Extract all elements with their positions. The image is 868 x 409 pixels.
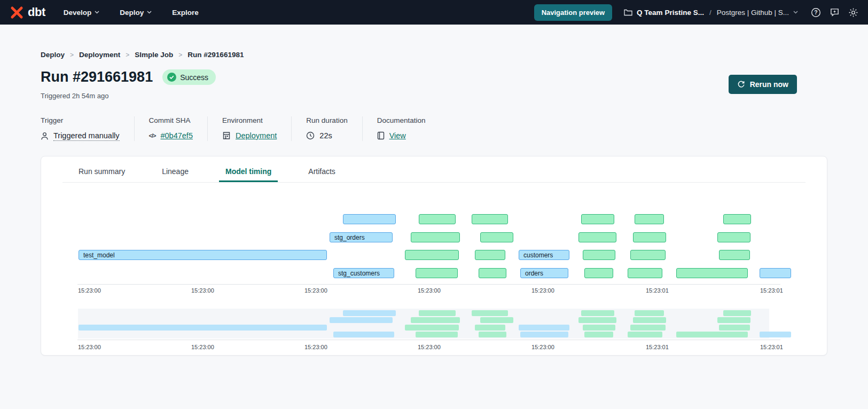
gantt-bar[interactable] (628, 268, 662, 278)
gantt-bar-label: test_model (79, 251, 115, 259)
axis-tick-label: 15:23:01 (646, 344, 669, 350)
breadcrumb-separator: > (126, 51, 129, 59)
run-duration-value: 22s (319, 131, 332, 140)
nav-item-explore[interactable]: Explore (172, 9, 199, 17)
overview-axis-labels: 15:23:0015:23:0015:23:0015:23:0015:23:00… (41, 340, 827, 353)
tab-lineage[interactable]: Lineage (155, 167, 195, 182)
gantt-bar[interactable] (472, 214, 508, 224)
gantt-bar-stg_orders (330, 317, 393, 323)
axis-tick-label: 15:23:01 (760, 287, 783, 294)
gantt-bar[interactable] (405, 250, 459, 260)
gantt-bar (723, 310, 751, 316)
gantt-bar (411, 317, 460, 323)
environment-link[interactable]: Deployment (236, 131, 277, 140)
rerun-refresh-icon (737, 81, 745, 89)
breadcrumb-deployment[interactable]: Deployment (79, 51, 120, 59)
gantt-bar (475, 325, 505, 331)
status-badge-label: Success (180, 73, 208, 82)
gantt-bar[interactable] (416, 268, 458, 278)
gantt-bar[interactable] (719, 250, 750, 260)
rerun-now-button[interactable]: Rerun now (729, 75, 797, 94)
chevron-down-icon (95, 11, 99, 14)
gantt-bar (584, 332, 613, 337)
dbt-wordmark: dbt (28, 5, 45, 19)
axis-tick-label: 15:23:00 (191, 344, 214, 350)
gantt-bar[interactable] (479, 268, 506, 278)
database-icon (222, 131, 231, 140)
gantt-bar (719, 325, 750, 331)
gantt-bar (472, 310, 508, 316)
tab-artifacts[interactable]: Artifacts (302, 167, 342, 182)
account-project-switcher[interactable]: Q Team Pristine S... / Postgres | Github… (624, 9, 798, 17)
navigation-preview-button[interactable]: Navigation preview (534, 4, 612, 21)
gantt-bar[interactable] (635, 214, 664, 224)
gantt-bar[interactable] (411, 232, 460, 242)
gantt-bar (760, 332, 791, 337)
dbt-logo[interactable]: dbt (10, 5, 45, 20)
gantt-bar-label: orders (521, 270, 543, 277)
gantt-bar[interactable] (723, 214, 751, 224)
breadcrumb-separator: > (178, 51, 182, 59)
top-nav: dbt Develop Deploy Explore Navigation pr… (0, 0, 868, 25)
commit-sha-link[interactable]: #0b47ef5 (160, 131, 192, 140)
gantt-bar-label: customers (519, 251, 553, 259)
gantt-bar[interactable] (633, 232, 666, 242)
run-metadata-row: Trigger Triggered manually Commit SHA </… (41, 116, 454, 141)
gantt-bar-stg_orders[interactable]: stg_orders (330, 232, 393, 242)
gantt-bar[interactable] (581, 214, 614, 224)
nav-item-develop[interactable]: Develop (64, 9, 100, 17)
gantt-bar[interactable] (343, 214, 396, 224)
gantt-bar-stg_customers[interactable]: stg_customers (333, 268, 394, 278)
settings-gear-icon[interactable] (848, 7, 858, 18)
account-name: Q Team Pristine S... (637, 9, 704, 17)
breadcrumb-job[interactable]: SImple Job (135, 51, 173, 59)
meta-trigger: Trigger Triggered manually (41, 116, 135, 141)
success-check-icon (167, 73, 176, 82)
code-icon: </> (149, 132, 156, 139)
gantt-bar[interactable] (583, 250, 615, 260)
run-detail-card: Run summary Lineage Model timing Artifac… (41, 156, 827, 356)
dbt-cloud-run-page: dbt Develop Deploy Explore Navigation pr… (0, 0, 868, 409)
dbt-logo-icon (10, 5, 24, 20)
tab-model-timing[interactable]: Model timing (219, 167, 278, 182)
gantt-bar-label: stg_orders (330, 234, 365, 241)
project-name: Postgres | Github | S... (717, 9, 789, 17)
gantt-bar-orders[interactable]: orders (520, 268, 568, 278)
gantt-bar-test_model[interactable]: test_model (79, 250, 327, 260)
gantt-bar[interactable] (760, 268, 791, 278)
axis-tick-label: 15:23:01 (646, 287, 669, 294)
feedback-icon[interactable] (830, 7, 840, 18)
gantt-bar[interactable] (717, 232, 750, 242)
model-timing-gantt: stg_orderstest_modelcustomersstg_custome… (41, 196, 827, 285)
user-icon (41, 132, 49, 140)
trigger-value[interactable]: Triggered manually (53, 131, 120, 141)
gantt-bar (419, 310, 456, 316)
gantt-bar[interactable] (630, 250, 666, 260)
gantt-bar[interactable] (480, 232, 513, 242)
document-icon (377, 131, 385, 140)
gantt-bar-test_model (79, 325, 327, 331)
gantt-bar[interactable] (475, 250, 505, 260)
triggered-timestamp: Triggered 2h 54m ago (41, 92, 108, 100)
account-separator: / (708, 9, 713, 17)
tab-bar: Run summary Lineage Model timing Artifac… (62, 156, 806, 183)
gantt-bar (635, 310, 664, 316)
gantt-bar-customers (519, 325, 569, 331)
documentation-view-link[interactable]: View (389, 131, 406, 140)
breadcrumb-deploy[interactable]: Deploy (41, 51, 65, 59)
nav-item-deploy[interactable]: Deploy (120, 9, 152, 17)
gantt-bar-orders (520, 332, 568, 337)
gantt-bar-customers[interactable]: customers (519, 250, 569, 260)
breadcrumb-separator: > (70, 51, 74, 59)
axis-tick-label: 15:23:00 (304, 287, 327, 294)
axis-tick-label: 15:23:00 (531, 344, 554, 350)
gantt-bar[interactable] (676, 268, 748, 278)
gantt-bar (676, 332, 748, 337)
gantt-bar[interactable] (419, 214, 456, 224)
gantt-bar-stg_customers (333, 332, 394, 337)
help-icon[interactable]: ? (811, 7, 821, 18)
gantt-bar[interactable] (578, 232, 616, 242)
axis-tick-label: 15:23:00 (78, 287, 101, 294)
tab-run-summary[interactable]: Run summary (72, 167, 131, 182)
gantt-bar[interactable] (584, 268, 613, 278)
